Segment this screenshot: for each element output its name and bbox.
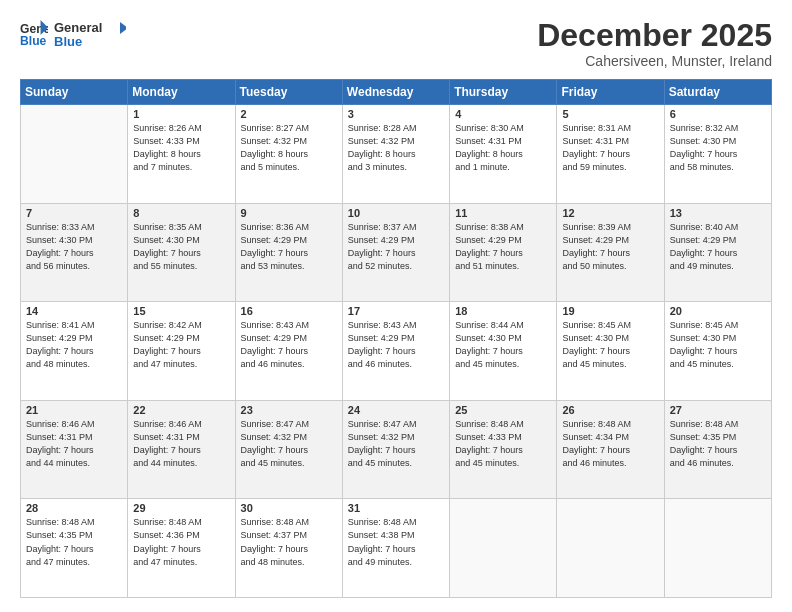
- table-row: 27Sunrise: 8:48 AM Sunset: 4:35 PM Dayli…: [664, 400, 771, 499]
- day-info: Sunrise: 8:33 AM Sunset: 4:30 PM Dayligh…: [26, 221, 122, 273]
- day-number: 28: [26, 502, 122, 514]
- table-row: 25Sunrise: 8:48 AM Sunset: 4:33 PM Dayli…: [450, 400, 557, 499]
- table-row: 21Sunrise: 8:46 AM Sunset: 4:31 PM Dayli…: [21, 400, 128, 499]
- day-number: 23: [241, 404, 337, 416]
- day-number: 18: [455, 305, 551, 317]
- day-info: Sunrise: 8:48 AM Sunset: 4:34 PM Dayligh…: [562, 418, 658, 470]
- calendar-table: Sunday Monday Tuesday Wednesday Thursday…: [20, 79, 772, 598]
- day-number: 27: [670, 404, 766, 416]
- day-info: Sunrise: 8:47 AM Sunset: 4:32 PM Dayligh…: [348, 418, 444, 470]
- day-info: Sunrise: 8:26 AM Sunset: 4:33 PM Dayligh…: [133, 122, 229, 174]
- col-tuesday: Tuesday: [235, 80, 342, 105]
- header: General Blue General Blue December 2025 …: [20, 18, 772, 69]
- day-number: 30: [241, 502, 337, 514]
- day-info: Sunrise: 8:43 AM Sunset: 4:29 PM Dayligh…: [241, 319, 337, 371]
- table-row: [21, 105, 128, 204]
- day-info: Sunrise: 8:30 AM Sunset: 4:31 PM Dayligh…: [455, 122, 551, 174]
- svg-text:Blue: Blue: [20, 34, 47, 48]
- col-monday: Monday: [128, 80, 235, 105]
- day-number: 29: [133, 502, 229, 514]
- day-info: Sunrise: 8:48 AM Sunset: 4:36 PM Dayligh…: [133, 516, 229, 568]
- day-info: Sunrise: 8:47 AM Sunset: 4:32 PM Dayligh…: [241, 418, 337, 470]
- day-number: 8: [133, 207, 229, 219]
- day-number: 31: [348, 502, 444, 514]
- logo: General Blue General Blue: [20, 18, 126, 50]
- day-info: Sunrise: 8:35 AM Sunset: 4:30 PM Dayligh…: [133, 221, 229, 273]
- day-number: 19: [562, 305, 658, 317]
- table-row: 8Sunrise: 8:35 AM Sunset: 4:30 PM Daylig…: [128, 203, 235, 302]
- day-info: Sunrise: 8:48 AM Sunset: 4:35 PM Dayligh…: [26, 516, 122, 568]
- calendar-week-row: 28Sunrise: 8:48 AM Sunset: 4:35 PM Dayli…: [21, 499, 772, 598]
- day-number: 9: [241, 207, 337, 219]
- day-info: Sunrise: 8:48 AM Sunset: 4:33 PM Dayligh…: [455, 418, 551, 470]
- table-row: 1Sunrise: 8:26 AM Sunset: 4:33 PM Daylig…: [128, 105, 235, 204]
- calendar-week-row: 7Sunrise: 8:33 AM Sunset: 4:30 PM Daylig…: [21, 203, 772, 302]
- table-row: 16Sunrise: 8:43 AM Sunset: 4:29 PM Dayli…: [235, 302, 342, 401]
- table-row: 26Sunrise: 8:48 AM Sunset: 4:34 PM Dayli…: [557, 400, 664, 499]
- svg-text:General: General: [54, 20, 102, 35]
- table-row: 20Sunrise: 8:45 AM Sunset: 4:30 PM Dayli…: [664, 302, 771, 401]
- table-row: 7Sunrise: 8:33 AM Sunset: 4:30 PM Daylig…: [21, 203, 128, 302]
- table-row: 30Sunrise: 8:48 AM Sunset: 4:37 PM Dayli…: [235, 499, 342, 598]
- day-info: Sunrise: 8:45 AM Sunset: 4:30 PM Dayligh…: [562, 319, 658, 371]
- svg-marker-4: [120, 22, 126, 34]
- day-number: 6: [670, 108, 766, 120]
- table-row: 22Sunrise: 8:46 AM Sunset: 4:31 PM Dayli…: [128, 400, 235, 499]
- day-info: Sunrise: 8:39 AM Sunset: 4:29 PM Dayligh…: [562, 221, 658, 273]
- day-info: Sunrise: 8:48 AM Sunset: 4:35 PM Dayligh…: [670, 418, 766, 470]
- table-row: 15Sunrise: 8:42 AM Sunset: 4:29 PM Dayli…: [128, 302, 235, 401]
- day-number: 21: [26, 404, 122, 416]
- table-row: 9Sunrise: 8:36 AM Sunset: 4:29 PM Daylig…: [235, 203, 342, 302]
- col-saturday: Saturday: [664, 80, 771, 105]
- table-row: [664, 499, 771, 598]
- day-number: 4: [455, 108, 551, 120]
- table-row: 4Sunrise: 8:30 AM Sunset: 4:31 PM Daylig…: [450, 105, 557, 204]
- day-info: Sunrise: 8:46 AM Sunset: 4:31 PM Dayligh…: [133, 418, 229, 470]
- table-row: 13Sunrise: 8:40 AM Sunset: 4:29 PM Dayli…: [664, 203, 771, 302]
- day-info: Sunrise: 8:46 AM Sunset: 4:31 PM Dayligh…: [26, 418, 122, 470]
- table-row: 18Sunrise: 8:44 AM Sunset: 4:30 PM Dayli…: [450, 302, 557, 401]
- table-row: 5Sunrise: 8:31 AM Sunset: 4:31 PM Daylig…: [557, 105, 664, 204]
- day-info: Sunrise: 8:48 AM Sunset: 4:38 PM Dayligh…: [348, 516, 444, 568]
- day-number: 1: [133, 108, 229, 120]
- table-row: 3Sunrise: 8:28 AM Sunset: 4:32 PM Daylig…: [342, 105, 449, 204]
- day-number: 26: [562, 404, 658, 416]
- calendar-header-row: Sunday Monday Tuesday Wednesday Thursday…: [21, 80, 772, 105]
- page: General Blue General Blue December 2025 …: [0, 0, 792, 612]
- day-number: 11: [455, 207, 551, 219]
- table-row: 31Sunrise: 8:48 AM Sunset: 4:38 PM Dayli…: [342, 499, 449, 598]
- col-thursday: Thursday: [450, 80, 557, 105]
- day-info: Sunrise: 8:45 AM Sunset: 4:30 PM Dayligh…: [670, 319, 766, 371]
- day-number: 25: [455, 404, 551, 416]
- table-row: 11Sunrise: 8:38 AM Sunset: 4:29 PM Dayli…: [450, 203, 557, 302]
- table-row: 12Sunrise: 8:39 AM Sunset: 4:29 PM Dayli…: [557, 203, 664, 302]
- day-info: Sunrise: 8:40 AM Sunset: 4:29 PM Dayligh…: [670, 221, 766, 273]
- day-info: Sunrise: 8:42 AM Sunset: 4:29 PM Dayligh…: [133, 319, 229, 371]
- table-row: 6Sunrise: 8:32 AM Sunset: 4:30 PM Daylig…: [664, 105, 771, 204]
- day-info: Sunrise: 8:28 AM Sunset: 4:32 PM Dayligh…: [348, 122, 444, 174]
- day-info: Sunrise: 8:37 AM Sunset: 4:29 PM Dayligh…: [348, 221, 444, 273]
- table-row: [450, 499, 557, 598]
- table-row: 10Sunrise: 8:37 AM Sunset: 4:29 PM Dayli…: [342, 203, 449, 302]
- svg-text:Blue: Blue: [54, 34, 82, 49]
- day-info: Sunrise: 8:43 AM Sunset: 4:29 PM Dayligh…: [348, 319, 444, 371]
- calendar-week-row: 21Sunrise: 8:46 AM Sunset: 4:31 PM Dayli…: [21, 400, 772, 499]
- day-info: Sunrise: 8:48 AM Sunset: 4:37 PM Dayligh…: [241, 516, 337, 568]
- day-number: 20: [670, 305, 766, 317]
- table-row: 28Sunrise: 8:48 AM Sunset: 4:35 PM Dayli…: [21, 499, 128, 598]
- day-number: 17: [348, 305, 444, 317]
- day-number: 16: [241, 305, 337, 317]
- day-info: Sunrise: 8:36 AM Sunset: 4:29 PM Dayligh…: [241, 221, 337, 273]
- table-row: 2Sunrise: 8:27 AM Sunset: 4:32 PM Daylig…: [235, 105, 342, 204]
- col-wednesday: Wednesday: [342, 80, 449, 105]
- day-number: 22: [133, 404, 229, 416]
- day-number: 3: [348, 108, 444, 120]
- day-number: 7: [26, 207, 122, 219]
- table-row: 29Sunrise: 8:48 AM Sunset: 4:36 PM Dayli…: [128, 499, 235, 598]
- table-row: 24Sunrise: 8:47 AM Sunset: 4:32 PM Dayli…: [342, 400, 449, 499]
- day-info: Sunrise: 8:38 AM Sunset: 4:29 PM Dayligh…: [455, 221, 551, 273]
- logo-svg: General Blue: [54, 18, 126, 50]
- day-number: 24: [348, 404, 444, 416]
- day-number: 13: [670, 207, 766, 219]
- day-number: 2: [241, 108, 337, 120]
